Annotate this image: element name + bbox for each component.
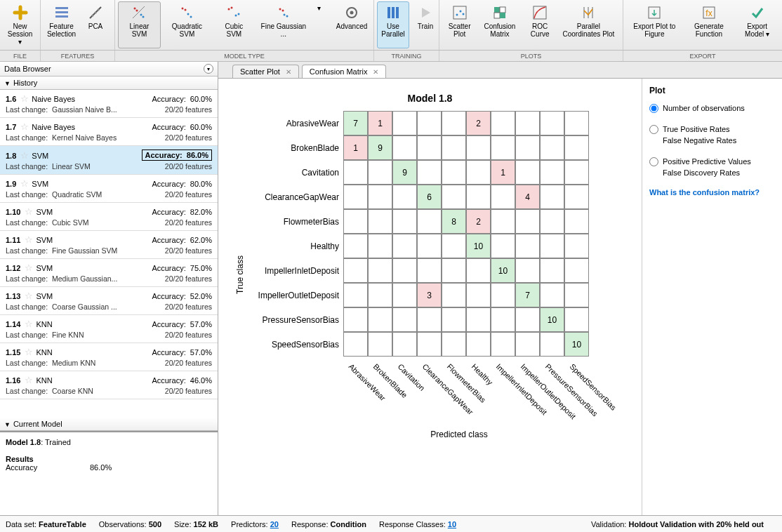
history-item-1.11[interactable]: 1.11☆SVM Accuracy: 62.0% Last change: Fi… <box>0 231 218 259</box>
cm-cell <box>442 307 466 332</box>
cm-cell: 1 <box>368 111 392 135</box>
cm-cell: 10 <box>466 234 491 258</box>
history-item-1.13[interactable]: 1.13☆SVM Accuracy: 52.0% Last change: Co… <box>0 287 218 315</box>
cm-cell <box>392 307 417 332</box>
export-figure-icon <box>646 4 663 21</box>
predictors-link[interactable]: 20 <box>270 520 279 528</box>
col-label: BrokenBlade <box>372 362 395 385</box>
cm-cell <box>368 307 392 332</box>
cm-cell <box>442 258 466 283</box>
svg-point-32 <box>462 13 464 15</box>
cm-cell <box>466 307 491 332</box>
history-list[interactable]: 1.6☆Naive Bayes Accuracy: 60.0% Last cha… <box>0 90 218 418</box>
radio-tpr-fnr[interactable]: True Positive RatesFalse Negative Rates <box>649 124 775 146</box>
tabs-bar: Scatter Plot✕Confusion Matrix✕ <box>218 62 782 79</box>
cm-cell: 2 <box>466 209 491 234</box>
train-button[interactable]: Train <box>409 1 442 48</box>
svg-rect-27 <box>392 7 395 18</box>
export-model-button[interactable]: Export Model ▾ <box>735 1 779 48</box>
svg-point-9 <box>136 10 138 12</box>
cm-cell <box>540 332 564 357</box>
current-model-panel: Model 1.8: Trained Results Accuracy86.0% <box>0 431 218 515</box>
cm-cell: 4 <box>515 185 540 209</box>
use-parallel-button[interactable]: Use Parallel <box>377 1 409 48</box>
cm-cell <box>515 111 540 135</box>
col-label: FlowmeterBias <box>446 362 469 385</box>
cubic-svm-button[interactable]: Cubic SVM <box>213 1 255 48</box>
radio-observations[interactable]: Number of observations <box>649 102 775 114</box>
cm-cell: 6 <box>417 185 442 209</box>
row-label: FlowmeterBias <box>245 217 343 227</box>
pca-button[interactable]: PCA <box>79 1 112 48</box>
svg-rect-0 <box>55 7 68 9</box>
history-item-1.14[interactable]: 1.14☆KNN Accuracy: 57.0% Last change: Fi… <box>0 315 218 343</box>
row-label: PressureSensorBias <box>245 315 343 325</box>
parallel-coords-button[interactable]: Parallel Coordinates Plot <box>557 1 620 48</box>
chart-title: Model 1.8 <box>232 93 628 104</box>
cm-cell <box>540 234 564 258</box>
history-header[interactable]: ▼History <box>0 77 218 90</box>
svg-point-6 <box>98 9 100 11</box>
row-label: BrokenBlade <box>245 143 343 153</box>
cm-cell <box>515 234 540 258</box>
cm-cell <box>515 258 540 283</box>
roc-curve-button[interactable]: ROC Curve <box>523 1 557 48</box>
cm-cell: 2 <box>466 111 491 135</box>
svg-rect-26 <box>387 7 390 18</box>
cm-cell <box>564 160 589 185</box>
help-link[interactable]: What is the confusion matrix? <box>649 188 775 197</box>
cm-cell <box>417 234 442 258</box>
response-classes-link[interactable]: 10 <box>448 520 456 528</box>
dropdown-icon[interactable]: ▾ <box>204 64 213 74</box>
cm-cell <box>564 283 589 307</box>
feature-selection-button[interactable]: Feature Selection <box>44 1 79 48</box>
history-item-1.12[interactable]: 1.12☆SVM Accuracy: 75.0% Last change: Me… <box>0 259 218 287</box>
cm-cell <box>392 135 417 160</box>
svg-rect-33 <box>494 7 500 13</box>
cm-cell <box>564 209 589 234</box>
advanced-button[interactable]: Advanced <box>333 1 371 48</box>
tab-confusion-matrix[interactable]: Confusion Matrix✕ <box>302 65 387 78</box>
history-item-1.6[interactable]: 1.6☆Naive Bayes Accuracy: 60.0% Last cha… <box>0 90 218 118</box>
cm-cell <box>417 209 442 234</box>
svg-point-20 <box>279 8 281 11</box>
plus-icon <box>12 4 29 21</box>
cm-cell <box>343 258 368 283</box>
cm-cell <box>368 258 392 283</box>
cm-cell <box>392 283 417 307</box>
history-item-1.10[interactable]: 1.10☆SVM Accuracy: 82.0% Last change: Cu… <box>0 203 218 231</box>
history-item-1.9[interactable]: 1.9☆SVM Accuracy: 80.0% Last change: Qua… <box>0 175 218 203</box>
row-label: ImpellerInletDeposit <box>245 266 343 276</box>
generate-function-button[interactable]: fx Generate Function <box>683 1 736 48</box>
svg-point-10 <box>140 14 143 16</box>
new-session-button[interactable]: New Session ▾ <box>3 1 37 48</box>
row-label: ImpellerOutletDeposit <box>245 291 343 300</box>
history-item-1.15[interactable]: 1.15☆KNN Accuracy: 57.0% Last change: Me… <box>0 343 218 371</box>
tab-scatter-plot[interactable]: Scatter Plot✕ <box>232 65 299 78</box>
quadratic-svm-button[interactable]: Quadratic SVM <box>161 1 213 48</box>
svg-point-4 <box>92 15 94 17</box>
list-check-icon <box>53 4 70 21</box>
confusion-matrix-button[interactable]: Confusion Matrix <box>477 1 522 48</box>
fine-gaussian-button[interactable]: Fine Gaussian ... <box>255 1 312 48</box>
scatter-plot-button[interactable]: Scatter Plot <box>442 1 477 48</box>
cm-cell <box>343 307 368 332</box>
svg-point-19 <box>238 13 240 15</box>
data-browser-title[interactable]: Data Browser ▾ <box>0 62 218 77</box>
close-icon[interactable]: ✕ <box>373 68 378 76</box>
col-label: AbrasiveWear <box>347 362 371 385</box>
confusion-matrix-icon <box>491 4 508 21</box>
cm-cell <box>392 258 417 283</box>
scatter-icon-3 <box>275 4 292 21</box>
history-item-1.16[interactable]: 1.16☆KNN Accuracy: 46.0% Last change: Co… <box>0 371 218 399</box>
model-type-more-button[interactable]: ▾ <box>312 1 326 48</box>
svg-rect-29 <box>453 6 466 19</box>
history-item-1.7[interactable]: 1.7☆Naive Bayes Accuracy: 60.0% Last cha… <box>0 118 218 146</box>
cm-cell <box>417 332 442 357</box>
radio-ppv-fdr[interactable]: Positive Predictive ValuesFalse Discover… <box>649 156 775 178</box>
history-item-1.8[interactable]: 1.8☆SVM Accuracy: 86.0% Last change: Lin… <box>0 146 218 175</box>
export-plot-button[interactable]: Export Plot to Figure <box>626 1 683 48</box>
linear-svm-button[interactable]: Linear SVM <box>118 1 161 48</box>
close-icon[interactable]: ✕ <box>286 68 291 76</box>
current-model-header[interactable]: ▼Current Model <box>0 418 218 431</box>
